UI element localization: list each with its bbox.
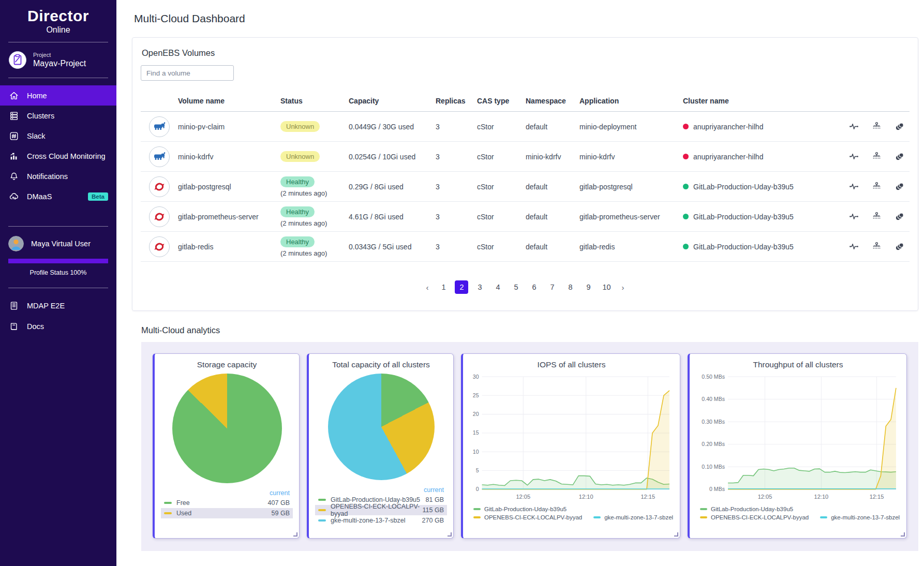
topology-icon[interactable] [871,242,882,252]
legend-row-gke-multi-zone-13-7-sbzel[interactable]: gke-multi-zone-13-7-sbzel270 GB [315,515,447,526]
resize-handle[interactable] [293,532,297,537]
legend-row-openebs-ci-eck-localpv-byyad[interactable]: OPENEBS-CI-ECK-LOCALPV-byyad115 GB [315,505,447,515]
pagination-next[interactable]: › [618,283,628,292]
resize-handle[interactable] [674,532,678,537]
legend-swatch [318,509,326,511]
table-row[interactable]: minio-kdrfvUnknown0.0254G / 10Gi used3cS… [141,142,910,172]
chart-card-throughput-of-all-clusters: Throughput of all clusters0 MBs0.10 MBs0… [688,353,907,539]
legend-entry-gitlab-production-uday-b39u5[interactable]: GitLab-Production-Uday-b39u5 [700,506,793,512]
table-row[interactable]: gitlab-postgresqlHealthy(2 minutes ago)0… [141,172,910,202]
volume-name-cell: gitlab-redis [178,243,280,251]
legend-swatch [473,508,481,510]
chart-card-iops-of-all-clusters: IOPS of all clusters05101520253012:0512:… [461,353,680,539]
cluster-status-dot [683,244,689,249]
search-input[interactable] [141,65,234,81]
volume-icon-cell [141,176,178,197]
column-header-replicas: Replicas [436,97,477,105]
profile-progress-bar [8,259,108,263]
status-badge: Healthy [280,206,315,217]
table-row[interactable]: gitlab-prometheus-serverHealthy(2 minute… [141,202,910,232]
legend-swatch [318,499,326,501]
page-button-3[interactable]: 3 [473,280,486,294]
status-ago-text: (2 minutes ago) [280,249,349,257]
topology-icon[interactable] [871,182,882,192]
legend-entry-gitlab-production-uday-b39u5[interactable]: GitLab-Production-Uday-b39u5 [473,506,567,512]
sidebar-item-clusters[interactable]: Clusters [0,106,116,126]
page-button-6[interactable]: 6 [527,280,541,294]
sidebar-item-slack[interactable]: Slack [0,126,116,146]
svg-text:30: 30 [473,374,479,380]
book-icon [8,321,20,332]
legend-entry-openebs-ci-eck-localpv-byyad[interactable]: OPENEBS-CI-ECK-LOCALPV-byyad [700,514,809,520]
application-cell: gitlab-postgresql [579,183,683,191]
status-badge: Healthy [280,176,315,187]
topology-icon[interactable] [871,122,882,132]
page-button-1[interactable]: 1 [437,280,450,294]
metrics-icon[interactable] [848,152,859,162]
svg-text:12:05: 12:05 [516,494,530,500]
total-capacity-of-all-clusters-pie[interactable] [328,374,435,480]
page-button-10[interactable]: 10 [600,280,613,294]
legend-entry-openebs-ci-eck-localpv-byyad[interactable]: OPENEBS-CI-ECK-LOCALPV-byyad [473,514,582,520]
cluster-status-dot [683,214,689,219]
legend-entry-gke-multi-zone-13-7-sbzel[interactable]: gke-multi-zone-13-7-sbzel [820,514,900,520]
page-button-2[interactable]: 2 [455,280,468,294]
page-button-9[interactable]: 9 [582,280,595,294]
sidebar-nav: HomeClustersSlackCross Cloud MonitoringN… [0,85,116,206]
cas-type-cell: cStor [477,153,526,161]
page-button-5[interactable]: 5 [509,280,523,294]
svg-text:5: 5 [476,467,479,473]
metrics-icon[interactable] [848,242,859,252]
topology-icon[interactable] [871,152,882,162]
metrics-icon[interactable] [848,212,859,222]
row-actions [841,152,910,162]
table-header-row: Volume nameStatusCapacityReplicasCAS typ… [141,90,910,112]
clipboard-icon [8,51,27,69]
table-row[interactable]: minio-pv-claimUnknown0.0449G / 30G used3… [141,112,910,142]
legend-row-used[interactable]: Used59 GB [161,508,293,518]
sidebar-item-home[interactable]: Home [0,85,116,106]
user-profile[interactable]: Maya Virtual User [0,236,116,251]
sidebar-item-mdap-e2e[interactable]: MDAP E2E [0,295,116,316]
page-button-8[interactable]: 8 [563,280,577,294]
replicas-cell: 3 [436,183,477,191]
sidebar-item-docs[interactable]: Docs [0,316,116,337]
cluster-status-dot [683,124,689,129]
legend-value: 115 GB [423,507,444,514]
volumes-card: OpenEBS Volumes Volume nameStatusCapacit… [132,37,918,311]
legend-label: gke-multi-zone-13-7-sbzel [331,517,422,524]
svg-text:0.20 MBs: 0.20 MBs [702,441,725,447]
project-selector[interactable]: Project Mayav-Project [0,50,116,70]
legend-label: gke-multi-zone-13-7-sbzel [604,514,673,520]
disks-icon[interactable] [894,242,904,252]
sidebar-item-dmaas[interactable]: DMaaSBeta [0,186,116,206]
status-cell: Unknown [280,121,349,132]
disks-icon[interactable] [894,122,904,132]
svg-text:0: 0 [476,486,479,492]
metrics-icon[interactable] [848,182,859,192]
legend-row-free[interactable]: Free407 GB [161,498,293,508]
svg-text:12:15: 12:15 [870,494,884,500]
storage-capacity-pie[interactable] [172,374,282,483]
sidebar-item-cross-cloud-monitoring[interactable]: Cross Cloud Monitoring [0,146,116,166]
resize-handle[interactable] [901,532,905,537]
page-button-4[interactable]: 4 [491,280,504,294]
svg-text:10: 10 [473,449,479,455]
pagination-prev[interactable]: ‹ [422,283,432,292]
pagination: ‹12345678910› [141,280,910,294]
metrics-icon[interactable] [848,122,859,132]
sidebar-item-notifications[interactable]: Notifications [0,166,116,186]
disks-icon[interactable] [894,152,904,162]
topology-icon[interactable] [871,212,882,222]
disks-icon[interactable] [894,182,904,192]
cluster-name-cell: GitLab-Production-Uday-b39u5 [683,243,841,251]
table-row[interactable]: gitlab-redisHealthy(2 minutes ago)0.0343… [141,232,910,262]
capacity-cell: 0.0449G / 30G used [349,123,436,131]
page-button-7[interactable]: 7 [545,280,559,294]
disks-icon[interactable] [894,212,904,222]
legend-entry-gke-multi-zone-13-7-sbzel[interactable]: gke-multi-zone-13-7-sbzel [593,514,673,520]
logo-title: Director [0,7,116,25]
legend-label: GitLab-Production-Uday-b39u5 [331,496,426,503]
cluster-name-cell: anupriyarancher-hilhd [683,153,841,161]
resize-handle[interactable] [448,532,452,537]
